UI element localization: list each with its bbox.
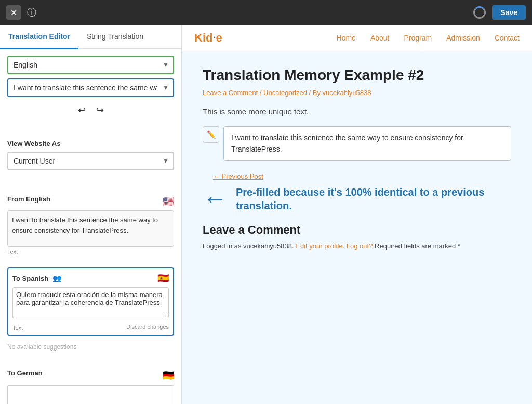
article-intro: This is some more unique text. bbox=[203, 107, 511, 116]
spanish-box-header: To Spanish 👥 🇪🇸 bbox=[12, 273, 169, 284]
to-spanish-label: To Spanish bbox=[12, 275, 48, 282]
site-menu: Home About Program Admission Contact bbox=[337, 34, 520, 42]
spanish-flag-icon: 🇪🇸 bbox=[157, 273, 169, 284]
nav-program[interactable]: Program bbox=[404, 34, 432, 42]
spanish-translation-input[interactable] bbox=[12, 287, 169, 318]
main-layout: Translation Editor String Translation En… bbox=[0, 25, 532, 404]
annotation-text: Pre-filled because it's 100% identical t… bbox=[236, 185, 511, 212]
nav-home[interactable]: Home bbox=[337, 34, 356, 42]
to-german-section: To German 🇩🇪 Text Discard changes bbox=[0, 364, 181, 404]
to-spanish-section: To Spanish 👥 🇪🇸 Text Discard changes bbox=[0, 261, 181, 340]
nav-about[interactable]: About bbox=[370, 34, 390, 42]
big-arrow-annotation: ← Pre-filled because it's 100% identical… bbox=[203, 185, 511, 212]
string-select[interactable]: I want to translate this sentence the sa… bbox=[7, 78, 174, 97]
loading-spinner bbox=[473, 6, 486, 19]
source-text-box: I want to translate this sentence the sa… bbox=[7, 210, 174, 247]
left-panel: Translation Editor String Translation En… bbox=[0, 25, 182, 404]
highlight-text-wrap: ✏️ I want to translate this sentence the… bbox=[203, 126, 511, 161]
site-logo: Kid·e bbox=[194, 31, 222, 45]
panel-top-section: English ▼ I want to translate this sente… bbox=[0, 49, 181, 125]
top-bar: ✕ ⓘ Save bbox=[0, 0, 532, 25]
from-english-label: From English bbox=[7, 195, 50, 203]
nav-contact[interactable]: Contact bbox=[495, 34, 520, 42]
next-arrow[interactable]: ↪ bbox=[96, 104, 104, 116]
prev-post-link[interactable]: ← Previous Post bbox=[213, 172, 263, 180]
language-select[interactable]: English bbox=[7, 56, 174, 74]
comment-meta-logged-in: Logged in as vucekahiyu5838. bbox=[203, 242, 296, 250]
article-meta: Leave a Comment / Uncategorized / By vuc… bbox=[203, 89, 511, 97]
discard-spanish-button[interactable]: Discard changes bbox=[126, 324, 169, 330]
highlighted-text-box: I want to translate this sentence the sa… bbox=[223, 126, 511, 161]
right-panel: Kid·e Home About Program Admission Conta… bbox=[182, 25, 532, 404]
close-button[interactable]: ✕ bbox=[6, 5, 21, 20]
no-suggestions-spanish: No available suggestions bbox=[0, 340, 181, 356]
tab-string-translation[interactable]: String Translation bbox=[78, 25, 152, 49]
people-icon: 👥 bbox=[52, 274, 61, 282]
spanish-translation-box: To Spanish 👥 🇪🇸 Text Discard changes bbox=[7, 267, 174, 336]
string-dropdown-wrap: I want to translate this sentence the sa… bbox=[7, 78, 174, 97]
prev-arrow[interactable]: ↩ bbox=[78, 104, 86, 116]
from-english-section: From English 🇺🇸 I want to translate this… bbox=[0, 189, 181, 261]
nav-admission[interactable]: Admission bbox=[446, 34, 480, 42]
spanish-text-label: Text bbox=[12, 325, 23, 331]
german-flag-icon: 🇩🇪 bbox=[163, 370, 174, 381]
view-as-select[interactable]: Current User bbox=[7, 152, 174, 170]
article-title: Translation Memory Example #2 bbox=[203, 67, 511, 84]
view-as-dropdown-wrap: Current User ▼ bbox=[7, 152, 174, 170]
comment-meta: Logged in as vucekahiyu5838. Edit your p… bbox=[203, 242, 511, 250]
german-translation-input[interactable] bbox=[7, 385, 174, 404]
comment-required-text: Required fields are marked * bbox=[375, 242, 460, 250]
to-german-label: To German bbox=[7, 369, 43, 377]
comment-section-title: Leave a Comment bbox=[203, 223, 511, 237]
save-button[interactable]: Save bbox=[492, 5, 526, 20]
german-header: To German 🇩🇪 bbox=[7, 369, 174, 381]
view-as-section: View Website As Current User ▼ bbox=[0, 133, 181, 181]
from-english-header: From English 🇺🇸 bbox=[7, 195, 174, 207]
site-content: Translation Memory Example #2 Leave a Co… bbox=[182, 51, 532, 404]
edit-pencil-button[interactable]: ✏️ bbox=[203, 126, 219, 143]
language-dropdown-wrap: English ▼ bbox=[7, 56, 174, 74]
english-flag-icon: 🇺🇸 bbox=[163, 196, 174, 207]
tab-translation-editor[interactable]: Translation Editor bbox=[0, 25, 78, 49]
spanish-box-title: To Spanish 👥 bbox=[12, 274, 61, 282]
annotation-area: ← Previous Post ← Pre-filled because it'… bbox=[203, 171, 511, 213]
nav-arrows: ↩ ↪ bbox=[7, 101, 174, 119]
logout-link[interactable]: Log out? bbox=[347, 242, 373, 250]
info-button[interactable]: ⓘ bbox=[27, 6, 36, 19]
spanish-translation-footer: Text Discard changes bbox=[12, 322, 169, 331]
site-nav: Kid·e Home About Program Admission Conta… bbox=[182, 25, 532, 51]
edit-profile-link[interactable]: Edit your profile. bbox=[296, 242, 344, 250]
tab-bar: Translation Editor String Translation bbox=[0, 25, 181, 49]
source-text-label: Text bbox=[7, 249, 174, 255]
view-as-label: View Website As bbox=[7, 140, 174, 147]
big-arrow-icon: ← bbox=[203, 186, 228, 211]
